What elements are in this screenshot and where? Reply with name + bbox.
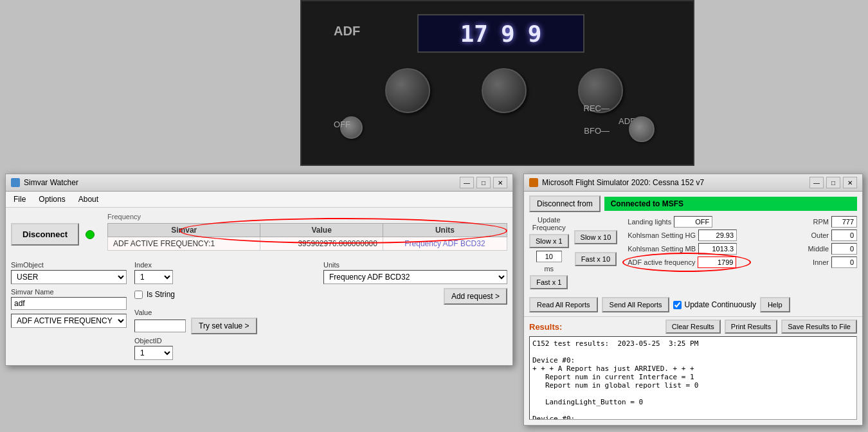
col-header-simvar: Simvar — [108, 224, 260, 237]
kohlsman-mb-input[interactable] — [698, 243, 737, 255]
connection-indicator — [86, 230, 95, 239]
results-box[interactable]: C152 test results: 2023-05-25 3:25 PM De… — [529, 336, 857, 420]
simvar-title-text: Simvar Watcher — [24, 178, 78, 187]
slow-x1-button[interactable]: Slow x 1 — [529, 234, 569, 248]
send-all-reports-button[interactable]: Send All Reports — [602, 297, 670, 312]
update-continuously-checkbox[interactable] — [673, 301, 682, 309]
msfs-controls: UpdateFrequency Slow x 1 ms Fast x 1 Slo… — [524, 216, 862, 297]
kohlsman-mb-row: Kohlsman Setting MB Middle — [628, 243, 857, 255]
try-set-button[interactable]: Try set value > — [191, 318, 257, 334]
update-freq-label: UpdateFrequency — [532, 216, 566, 231]
help-button[interactable]: Help — [760, 297, 790, 312]
simvar-titlebar: Simvar Watcher — □ ✕ — [6, 174, 512, 192]
simvar-main-content: Disconnect Frequency Simvar Value Units — [6, 208, 512, 365]
simvar-table: Simvar Value Units ADF ACTIVE FREQUENCY:… — [107, 223, 507, 251]
simvar-name-label: Simvar Name — [11, 288, 127, 296]
outer-input[interactable] — [831, 230, 857, 241]
value-section: Value Try set value > — [134, 309, 507, 334]
read-all-reports-button[interactable]: Read All Reports — [529, 297, 598, 312]
save-results-button[interactable]: Save Results to File — [781, 320, 857, 334]
simvar-menubar: File Options About — [6, 192, 512, 208]
form-left: SimObject USER Simvar Name ADF ACTIVE FR… — [11, 261, 127, 360]
connected-status: Connected to MSFS — [604, 197, 857, 211]
rpm-input[interactable] — [831, 216, 857, 228]
simvar-top-row: Disconnect Frequency Simvar Value Units — [11, 213, 507, 256]
results-label: Results: — [529, 322, 562, 332]
msfs-minimize-button[interactable]: — — [809, 177, 824, 188]
add-request-button[interactable]: Add request > — [444, 288, 507, 305]
landing-lights-input[interactable] — [674, 216, 712, 228]
menu-about[interactable]: About — [76, 194, 101, 205]
update-continuously-row: Update Continuously — [673, 297, 755, 312]
simobject-label: SimObject — [11, 261, 127, 269]
col-header-units: Units — [383, 224, 507, 237]
simvar-bottom-form: SimObject USER Simvar Name ADF ACTIVE FR… — [11, 261, 507, 360]
table-row[interactable]: ADF ACTIVE FREQUENCY:1 395902976.0000000… — [108, 237, 507, 251]
disconnect-from-button[interactable]: Disconnect from — [529, 195, 601, 212]
update-row: UpdateFrequency Slow x 1 ms Fast x 1 Slo… — [529, 216, 857, 289]
msfs-close-button[interactable]: ✕ — [843, 177, 857, 188]
objectid-select[interactable]: 1 — [134, 346, 173, 360]
results-buttons: Clear Results Print Results Save Results… — [665, 320, 857, 334]
ms-value-input[interactable] — [536, 251, 562, 262]
bfo-label: BFO— — [584, 126, 610, 136]
menu-file[interactable]: File — [11, 194, 28, 205]
kohlsman-mb-label: Kohlsman Setting MB — [628, 245, 696, 253]
row-value: 395902976.000000000 — [260, 237, 383, 251]
adf-toggle-right[interactable] — [629, 116, 655, 142]
index-col: Index 1 — [134, 261, 318, 284]
outer-label: Outer — [811, 231, 829, 239]
is-string-row: Is String — [134, 290, 175, 299]
simobject-group: SimObject USER — [11, 261, 127, 284]
adf-freq-label: ADF active frequency — [628, 258, 695, 266]
value-input[interactable] — [134, 320, 186, 332]
middle-input[interactable] — [831, 243, 857, 255]
maximize-button[interactable]: □ — [476, 177, 491, 188]
adf-freq-input[interactable] — [698, 256, 736, 268]
disconnect-button[interactable]: Disconnect — [11, 223, 79, 246]
index-units-row: Index 1 Units Frequency ADF BCD32 — [134, 261, 507, 284]
adf-knob-left[interactable] — [385, 68, 430, 113]
objectid-label: ObjectID — [134, 337, 507, 345]
slow-x10-button[interactable]: Slow x 10 — [574, 230, 618, 244]
msfs-connected-bar: Disconnect from Connected to MSFS — [524, 192, 862, 216]
adf-digit-1: 17 — [460, 21, 488, 47]
index-select[interactable]: 1 — [134, 270, 173, 284]
units-select[interactable]: Frequency ADF BCD32 — [323, 270, 507, 284]
msfs-window-controls: — □ ✕ — [809, 177, 857, 188]
units-col: Units Frequency ADF BCD32 — [323, 261, 507, 284]
is-string-checkbox[interactable] — [134, 291, 143, 299]
adf-digit-3: 9 — [528, 21, 542, 47]
msfs-title-text: Microsoft Flight Simulator 2020: Cessna … — [542, 178, 704, 187]
print-results-button[interactable]: Print Results — [725, 320, 777, 334]
middle-label: Middle — [808, 245, 829, 253]
rpm-label: RPM — [813, 218, 829, 226]
rec-label: REC— — [584, 104, 610, 113]
kohlsman-hg-label: Kohlsman Setting HG — [628, 231, 696, 239]
msfs-title: Microsoft Flight Simulator 2020: Cessna … — [529, 178, 704, 187]
update-col-2: Slow x 10 Fast x 10 — [574, 230, 618, 266]
minimize-button[interactable]: — — [460, 177, 474, 188]
update-col: UpdateFrequency Slow x 1 ms Fast x 1 — [529, 216, 569, 289]
adf-knob-center[interactable] — [482, 68, 527, 113]
kohlsman-hg-input[interactable] — [698, 230, 737, 241]
value-label: Value — [134, 309, 507, 316]
is-string-label: Is String — [147, 290, 175, 299]
settings-area: Landing lights RPM Kohlsman Setting HG O… — [628, 216, 857, 268]
units-label: Units — [323, 261, 507, 269]
simvar-title: Simvar Watcher — [11, 178, 78, 187]
inner-input[interactable] — [831, 256, 857, 268]
menu-options[interactable]: Options — [36, 194, 68, 205]
clear-results-button[interactable]: Clear Results — [665, 320, 721, 334]
fast-x10-button[interactable]: Fast x 10 — [575, 252, 617, 266]
simobject-select[interactable]: USER — [11, 270, 127, 284]
simvar-select[interactable]: ADF ACTIVE FREQUENCY — [11, 314, 127, 328]
msfs-window: Microsoft Flight Simulator 2020: Cessna … — [523, 174, 863, 426]
msfs-icon — [529, 178, 538, 187]
adf-display: 17 9 9 — [417, 14, 584, 53]
simvar-name-input[interactable] — [11, 297, 127, 310]
col-header-value: Value — [260, 224, 383, 237]
fast-x1-button[interactable]: Fast x 1 — [530, 275, 568, 289]
msfs-maximize-button[interactable]: □ — [826, 177, 840, 188]
close-button[interactable]: ✕ — [493, 177, 507, 188]
